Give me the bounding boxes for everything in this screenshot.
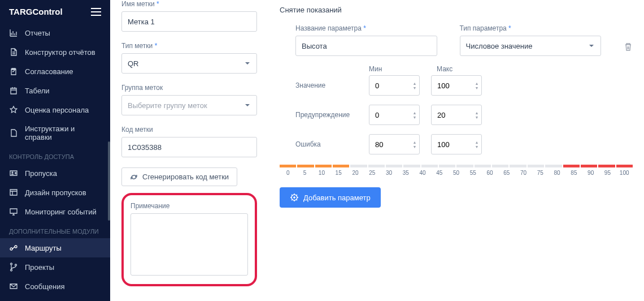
range-segment	[386, 165, 402, 167]
sidebar-item-согласование[interactable]: Согласование	[0, 62, 110, 81]
sidebar-item-тмц[interactable]: ТМЦ	[0, 296, 110, 301]
document-icon	[9, 48, 18, 57]
sidebar-item-проекты[interactable]: Проекты	[0, 257, 110, 277]
mail-icon	[9, 282, 18, 291]
route-icon	[9, 243, 18, 252]
range-tick: 80	[549, 170, 565, 176]
param-name-input[interactable]	[295, 36, 437, 56]
range-segment	[315, 165, 332, 167]
range-tick: 35	[397, 170, 414, 176]
sidebar-section-header: ДОПОЛНИТЕЛЬНЫЕ МОДУЛИ	[0, 221, 110, 238]
label-group-select[interactable]: Выберите группу меток	[121, 95, 257, 115]
spinner-up[interactable]: ▲	[412, 140, 417, 144]
param-type-select[interactable]: Числовое значение	[460, 36, 602, 56]
spinner-down[interactable]: ▼	[412, 145, 417, 149]
range-tick: 45	[431, 170, 448, 176]
sidebar-item-конструктор-отчётов[interactable]: Конструктор отчётов	[0, 42, 110, 62]
max-header: Макс	[437, 65, 488, 73]
range-segment	[528, 165, 544, 167]
spinner-down[interactable]: ▼	[474, 86, 480, 90]
label-name-input[interactable]	[121, 11, 257, 32]
range-tick: 25	[364, 170, 381, 176]
label-code-input[interactable]	[121, 137, 257, 157]
range-segment	[439, 165, 455, 167]
label-code-label: Код метки	[121, 126, 257, 134]
generate-code-button[interactable]: Сгенерировать код метки	[121, 167, 237, 186]
range-tick: 75	[532, 170, 549, 176]
range-tick: 10	[314, 170, 330, 176]
sidebar-item-оценка-персонала[interactable]: Оценка персонала	[0, 100, 110, 119]
label-name-label: Имя метки *	[121, 0, 257, 8]
range-tick: 60	[481, 170, 498, 176]
range-tick: 90	[582, 170, 599, 176]
label-group-label: Группа меток	[121, 84, 257, 92]
sidebar-item-label: Табели	[25, 87, 50, 95]
min-header: Мин	[369, 65, 420, 73]
range-tick: 30	[381, 170, 398, 176]
range-segment	[403, 165, 420, 167]
range-tick: 100	[616, 170, 633, 176]
spinner-down[interactable]: ▼	[474, 115, 480, 119]
range-tick: 0	[280, 170, 297, 176]
sidebar-item-табели[interactable]: Табели	[0, 81, 110, 100]
chart-icon	[9, 28, 18, 37]
delete-param-icon[interactable]	[624, 42, 633, 56]
scrollbar[interactable]	[108, 141, 110, 221]
spinner-up[interactable]: ▲	[474, 81, 480, 85]
range-tick: 95	[599, 170, 616, 176]
spinner-up[interactable]: ▲	[474, 140, 480, 144]
sidebar-item-пропуска[interactable]: Пропуска	[0, 164, 110, 183]
range-segment	[333, 165, 349, 167]
branch-icon	[9, 263, 18, 272]
sidebar-item-label: Согласование	[25, 67, 73, 76]
sidebar: TARGControl ОтчетыКонструктор отчётовСог…	[0, 0, 110, 301]
sidebar-item-label: Сообщения	[25, 282, 65, 291]
note-label: Примечание	[130, 202, 248, 210]
spinner-down[interactable]: ▼	[474, 145, 480, 149]
sidebar-item-label: Оценка персонала	[25, 106, 89, 114]
spinner-down[interactable]: ▼	[412, 86, 417, 90]
spinner-up[interactable]: ▲	[474, 111, 480, 115]
plus-gear-icon	[290, 193, 299, 202]
spinner-up[interactable]: ▲	[412, 81, 417, 85]
sidebar-item-label: Отчеты	[25, 29, 50, 37]
range-segment	[368, 165, 385, 167]
param-type-label: Тип параметра *	[460, 24, 602, 32]
error-label: Ошибка	[295, 140, 358, 148]
range-segment	[350, 165, 367, 167]
range-tick: 5	[297, 170, 314, 176]
range-segment	[545, 165, 562, 167]
sidebar-item-label: Мониторинг событий	[25, 208, 97, 216]
range-tick: 55	[464, 170, 481, 176]
hamburger-icon[interactable]	[91, 8, 101, 16]
range-segment	[492, 165, 508, 167]
sidebar-item-маршруты[interactable]: Маршруты	[0, 238, 110, 257]
note-textarea[interactable]	[130, 213, 248, 276]
app-logo: TARGControl	[9, 7, 63, 16]
warning-label: Предупреждение	[295, 111, 358, 119]
readings-title: Снятие показаний	[280, 6, 633, 14]
sidebar-item-сообщения[interactable]: Сообщения	[0, 277, 110, 296]
range-segment	[616, 165, 633, 167]
sidebar-item-label: Проекты	[25, 263, 54, 272]
range-tick: 65	[498, 170, 515, 176]
label-type-select[interactable]: QR	[121, 53, 257, 74]
sidebar-item-инструктажи-и-справки[interactable]: Инструктажи и справки	[0, 119, 110, 147]
sidebar-item-мониторинг-событий[interactable]: Мониторинг событий	[0, 202, 110, 221]
sidebar-item-отчеты[interactable]: Отчеты	[0, 23, 110, 42]
range-segment	[598, 165, 615, 167]
range-tick: 20	[347, 170, 364, 176]
id-icon	[9, 169, 18, 178]
add-param-button[interactable]: Добавить параметр	[280, 187, 381, 208]
range-bar	[280, 165, 633, 167]
spinner-down[interactable]: ▼	[412, 115, 417, 119]
sidebar-item-дизайн-пропусков[interactable]: Дизайн пропусков	[0, 183, 110, 202]
range-segment	[456, 165, 473, 167]
refresh-icon	[130, 173, 138, 181]
value-label: Значение	[295, 81, 358, 89]
range-segment	[563, 165, 580, 167]
calendar-icon	[9, 86, 18, 95]
spinner-up[interactable]: ▲	[412, 111, 417, 115]
range-segment	[297, 165, 314, 167]
range-tick: 70	[515, 170, 532, 176]
